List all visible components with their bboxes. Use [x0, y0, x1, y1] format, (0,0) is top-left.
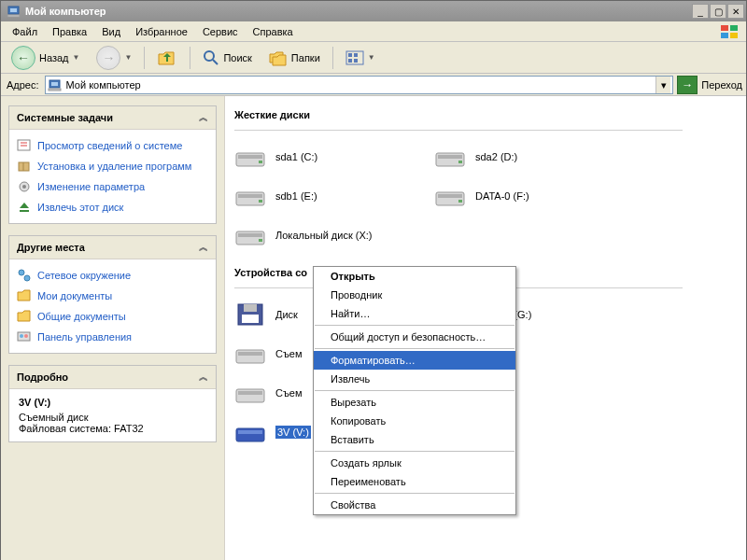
folder-icon	[17, 309, 32, 324]
place-control-panel[interactable]: Панель управления	[15, 327, 210, 347]
svg-rect-51	[238, 430, 262, 434]
menu-file[interactable]: Файл	[5, 23, 45, 40]
section-header: Жесткие диски	[234, 109, 746, 120]
titlebar: Мой компьютер _ ▢ ✕	[1, 1, 746, 21]
svg-rect-12	[348, 59, 352, 63]
removable-icon	[234, 341, 268, 367]
windows-flag-icon	[716, 23, 742, 40]
task-change-setting[interactable]: Изменение параметра	[15, 176, 210, 197]
svg-rect-44	[244, 304, 257, 312]
cm-explorer[interactable]: Проводник	[314, 286, 515, 304]
settings-icon	[17, 179, 32, 194]
cm-format[interactable]: Форматировать…	[314, 351, 515, 370]
drive-item[interactable]: Диск	[234, 301, 314, 328]
back-arrow-icon: ←	[11, 46, 35, 70]
svg-rect-15	[51, 82, 58, 86]
cm-separator	[315, 348, 514, 349]
cm-rename[interactable]: Переименовать	[314, 472, 515, 491]
context-menu: Открыть Проводник Найти… Общий доступ и …	[313, 266, 516, 515]
cm-eject[interactable]: Извлечь	[314, 370, 515, 388]
address-field[interactable]: Мой компьютер ▾	[45, 76, 674, 94]
control-panel-icon	[17, 329, 32, 344]
menubar: Файл Правка Вид Избранное Сервис Справка	[1, 21, 746, 42]
details-panel: Подробно ︽ 3V (V:) Съемный диск Файловая…	[8, 365, 217, 442]
up-button[interactable]	[150, 45, 184, 71]
cm-find[interactable]: Найти…	[314, 304, 515, 323]
separator	[144, 47, 145, 69]
back-button[interactable]: ← Назад ▼	[5, 42, 86, 74]
drive-label: Локальный диск (X:)	[275, 230, 373, 241]
cm-separator	[315, 325, 514, 326]
menu-favorites[interactable]: Избранное	[128, 23, 195, 40]
maximize-button[interactable]: ▢	[710, 4, 726, 19]
search-label: Поиск	[223, 52, 251, 63]
views-icon	[345, 50, 364, 65]
svg-rect-36	[259, 200, 262, 203]
drive-item[interactable]: Локальный диск (X:)	[234, 222, 430, 248]
panel-title: Подробно	[17, 371, 68, 383]
hdd-icon	[234, 183, 268, 209]
folder-up-icon	[157, 49, 177, 67]
close-button[interactable]: ✕	[727, 4, 744, 19]
network-icon	[17, 268, 32, 283]
drive-item[interactable]: sda2 (D:)	[434, 144, 630, 170]
separator	[190, 47, 190, 69]
search-button[interactable]: Поиск	[196, 46, 258, 70]
task-system-info[interactable]: Просмотр сведений о системе	[15, 135, 210, 156]
cm-open[interactable]: Открыть	[314, 267, 515, 286]
svg-point-26	[20, 334, 23, 338]
svg-rect-16	[49, 89, 61, 91]
panel-header[interactable]: Системные задачи ︽	[9, 106, 216, 130]
svg-rect-45	[242, 315, 259, 323]
dropdown-arrow-icon: ▼	[368, 53, 375, 62]
drive-label: sda2 (D:)	[475, 151, 517, 162]
drive-item[interactable]: sda1 (C:)	[234, 144, 430, 170]
addressbar: Адрес: Мой компьютер ▾ → Переход	[1, 74, 746, 96]
drive-item[interactable]: Съем	[234, 341, 314, 367]
svg-line-8	[213, 60, 218, 64]
cm-separator	[315, 493, 514, 494]
svg-rect-33	[458, 161, 462, 163]
svg-rect-32	[438, 155, 462, 159]
menu-help[interactable]: Справка	[246, 23, 301, 40]
svg-rect-1	[10, 8, 17, 12]
folders-icon	[269, 49, 288, 66]
folders-label: Папки	[291, 52, 320, 63]
hdd-icon	[434, 183, 468, 209]
drive-item[interactable]: sdb1 (E:)	[234, 183, 430, 209]
panel-header[interactable]: Другие места ︽	[9, 236, 216, 259]
panel-header[interactable]: Подробно ︽	[9, 366, 216, 389]
task-eject[interactable]: Извлечь этот диск	[15, 197, 210, 217]
place-my-docs[interactable]: Мои документы	[15, 286, 210, 306]
cm-cut[interactable]: Вырезать	[314, 393, 515, 412]
menu-edit[interactable]: Правка	[45, 23, 94, 40]
go-label: Переход	[701, 79, 742, 91]
views-button[interactable]: ▼	[339, 47, 382, 69]
cm-paste[interactable]: Вставить	[314, 430, 515, 449]
forward-button[interactable]: → ▼	[90, 42, 138, 74]
task-add-remove[interactable]: Установка и удаление программ	[15, 156, 210, 176]
svg-point-23	[19, 270, 24, 275]
chevron-up-icon: ︽	[199, 371, 208, 384]
hdd-icon	[234, 144, 268, 170]
svg-rect-6	[730, 33, 738, 38]
cm-copy[interactable]: Копировать	[314, 412, 515, 430]
drive-item[interactable]: DATA-0 (F:)	[434, 183, 630, 209]
drive-item[interactable]: Съем	[234, 380, 314, 406]
svg-rect-39	[458, 200, 462, 203]
toolbar: ← Назад ▼ → ▼ Поиск Папки ▼	[1, 42, 746, 74]
menu-tools[interactable]: Сервис	[195, 23, 246, 40]
address-dropdown-button[interactable]: ▾	[655, 77, 670, 93]
cm-share[interactable]: Общий доступ и безопасность…	[314, 328, 515, 346]
go-button[interactable]: →	[677, 76, 698, 94]
svg-rect-13	[354, 59, 358, 63]
folders-button[interactable]: Папки	[262, 46, 327, 70]
eject-icon	[17, 200, 32, 215]
place-shared-docs[interactable]: Общие документы	[15, 306, 210, 327]
cm-shortcut[interactable]: Создать ярлык	[314, 454, 515, 472]
computer-icon	[7, 4, 21, 19]
minimize-button[interactable]: _	[692, 4, 709, 19]
menu-view[interactable]: Вид	[94, 23, 128, 40]
cm-properties[interactable]: Свойства	[314, 496, 515, 514]
place-network[interactable]: Сетевое окружение	[15, 265, 210, 286]
